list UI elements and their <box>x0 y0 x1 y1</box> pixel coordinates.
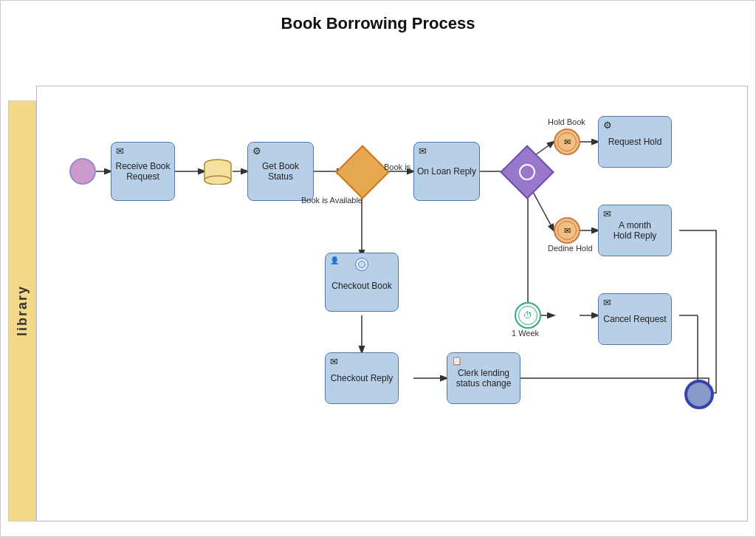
page: Book Borrowing Process library <box>0 0 756 537</box>
data-store <box>203 159 233 185</box>
lane-label-text: library <box>15 285 30 336</box>
lane-content: ✉ Receive Book Request ⚙ Get Book Status <box>36 86 748 521</box>
checkout-reply-label: Checkout Reply <box>331 373 394 383</box>
one-week-label: 1 Week <box>512 329 539 338</box>
decline-hold-label: Dedine Hold <box>548 244 593 253</box>
checkout-book-label: Checkout Book <box>331 281 391 291</box>
checkout-book-task[interactable]: 👤 Checkout Book <box>325 253 399 312</box>
on-loan-reply-task[interactable]: ✉ On Loan Reply <box>413 142 480 201</box>
message-icon-2: ✉ <box>419 146 427 157</box>
hold-book-label: Hold Book <box>548 117 585 126</box>
gear-icon-2: ⚙ <box>603 120 612 131</box>
get-book-status-label: Get Book Status <box>262 161 299 182</box>
receive-book-request-task[interactable]: ✉ Receive Book Request <box>111 142 175 201</box>
gateway-purple <box>508 153 546 191</box>
request-hold-label: Request Hold <box>608 137 662 147</box>
on-loan-reply-label: On Loan Reply <box>417 166 476 177</box>
message-icon-5: ✉ <box>330 356 338 367</box>
hold-book-event: ✉ <box>554 129 580 155</box>
a-month-hold-reply-label: A month Hold Reply <box>614 220 657 241</box>
person-icon: 👤 <box>330 256 339 264</box>
gateway-loan <box>343 153 382 191</box>
timer-event: ⏱ <box>515 302 541 329</box>
checkout-reply-task[interactable]: ✉ Checkout Reply <box>325 352 399 404</box>
lane-label: library <box>8 100 36 521</box>
gear-icon: ⚙ <box>252 146 261 157</box>
clerk-lending-task[interactable]: 📋 Clerk lending status change <box>447 352 520 404</box>
receive-book-request-label: Receive Book Request <box>115 161 170 182</box>
clerk-lending-label: Clerk lending status change <box>456 368 512 389</box>
decline-hold-event: ✉ <box>554 217 580 244</box>
get-book-status-task[interactable]: ⚙ Get Book Status <box>247 142 314 201</box>
doc-icon: 📋 <box>452 356 462 366</box>
data-store-svg <box>203 159 233 185</box>
end-event <box>684 380 714 409</box>
start-event <box>69 158 96 185</box>
message-icon-3: ✉ <box>603 208 611 219</box>
diagram-area: library <box>1 41 755 536</box>
cancel-request-task[interactable]: ✉ Cancel Request <box>598 293 672 345</box>
a-month-hold-reply-task[interactable]: ✉ A month Hold Reply <box>598 205 672 256</box>
svg-point-22 <box>205 176 231 185</box>
book-is-available-label: Book is Available <box>301 196 362 205</box>
cancel-request-label: Cancel Request <box>603 314 666 324</box>
request-hold-task[interactable]: ⚙ Request Hold <box>598 116 672 168</box>
page-title: Book Borrowing Process <box>1 1 755 41</box>
message-icon: ✉ <box>116 146 124 157</box>
message-icon-4: ✉ <box>603 297 611 308</box>
